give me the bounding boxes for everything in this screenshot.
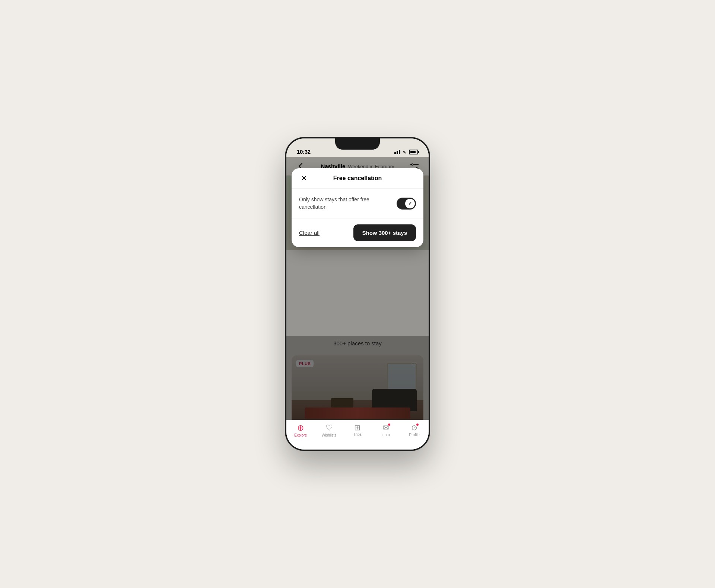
modal-title: Free cancellation	[333, 175, 382, 182]
free-cancellation-modal: ✕ Free cancellation Only show stays that…	[292, 168, 423, 247]
notch	[335, 138, 380, 150]
nav-profile[interactable]: ⊙ Profile	[403, 424, 426, 437]
modal-header: ✕ Free cancellation	[292, 168, 423, 189]
app-screen: Nashville· Weekend in February	[286, 157, 429, 450]
nav-trips-label: Trips	[353, 432, 362, 437]
nav-explore[interactable]: ⊕ Explore	[289, 424, 312, 437]
battery-icon	[409, 150, 418, 154]
modal-footer: Clear all Show 300+ stays	[292, 218, 423, 247]
modal-body: Only show stays that offer free cancella…	[292, 189, 423, 218]
status-bar: 10:32 ∿	[286, 138, 429, 157]
clear-all-button[interactable]: Clear all	[299, 227, 320, 239]
option-text: Only show stays that offer free cancella…	[299, 196, 389, 211]
inbox-badge-dot	[388, 423, 391, 426]
status-icons: ∿	[394, 149, 418, 155]
explore-icon: ⊕	[297, 424, 304, 432]
toggle-knob: ✓	[405, 199, 415, 208]
inbox-badge-container: ✉	[383, 424, 389, 432]
trips-icon: ⊞	[354, 424, 360, 431]
phone-device: 10:32 ∿ Nashville	[285, 137, 430, 451]
nav-wishlists[interactable]: ♡ Wishlists	[318, 424, 340, 437]
nav-profile-label: Profile	[409, 433, 420, 437]
status-time: 10:32	[297, 148, 311, 155]
nav-trips[interactable]: ⊞ Trips	[346, 424, 369, 437]
phone-screen: 10:32 ∿ Nashville	[286, 138, 429, 450]
wifi-icon: ∿	[403, 149, 407, 155]
profile-badge-container: ⊙	[411, 424, 417, 432]
signal-icon	[394, 150, 400, 154]
nav-wishlists-label: Wishlists	[322, 433, 336, 437]
profile-badge-dot	[416, 423, 419, 426]
modal-close-button[interactable]: ✕	[298, 173, 309, 184]
free-cancellation-toggle[interactable]: ✓	[397, 198, 416, 210]
show-stays-button[interactable]: Show 300+ stays	[353, 224, 416, 241]
wishlists-icon: ♡	[325, 424, 333, 432]
toggle-check-icon: ✓	[408, 201, 412, 206]
nav-explore-label: Explore	[294, 433, 307, 437]
nav-inbox-label: Inbox	[381, 433, 390, 437]
bottom-navigation: ⊕ Explore ♡ Wishlists ⊞ Trips ✉ Inbox	[286, 420, 429, 450]
nav-inbox[interactable]: ✉ Inbox	[375, 424, 397, 437]
